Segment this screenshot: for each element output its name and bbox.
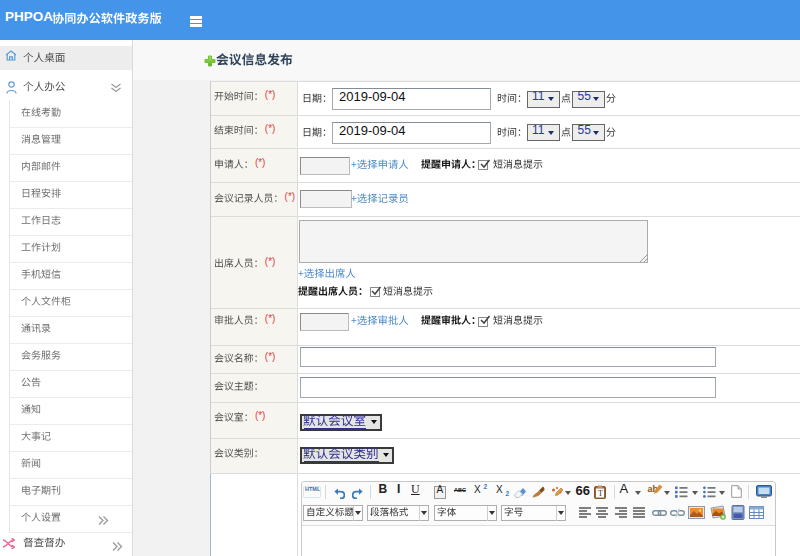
svg-text:T: T <box>598 489 603 498</box>
